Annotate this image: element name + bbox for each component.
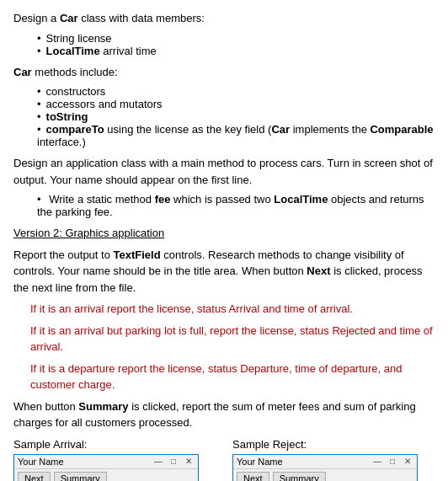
- intro-p1: Design a Car class with data members:: [13, 10, 435, 27]
- red-line2: If it is an arrival but parking lot is f…: [30, 323, 435, 355]
- methods-p: Car methods include:: [13, 64, 435, 81]
- list-item: String license: [37, 32, 435, 45]
- arrival-window: Your Name — □ ✕ Next Summary License Sta…: [13, 454, 199, 482]
- methods-list: constructors accessors and mutators toSt…: [37, 85, 435, 148]
- methods-section: Car methods include: constructors access…: [13, 64, 435, 149]
- sample-arrival-block: Sample Arrival: Your Name — □ ✕ Next Sum…: [13, 438, 216, 482]
- version-section: Version 2: Graphics application Report t…: [13, 225, 435, 431]
- design-section: Design an application class with a main …: [13, 155, 435, 218]
- version-label: Version 2: Graphics application: [13, 225, 435, 242]
- minimize-btn[interactable]: —: [152, 457, 164, 466]
- version-p1: Report the output to TextField controls.…: [13, 247, 435, 297]
- list-item: toString: [37, 110, 435, 123]
- reject-window: Your Name — □ ✕ Next Summary License Sta…: [232, 454, 418, 482]
- list-item: constructors: [37, 85, 435, 98]
- samples-row: Sample Arrival: Your Name — □ ✕ Next Sum…: [13, 438, 435, 482]
- intro-section: Design a Car class with data members: St…: [13, 10, 435, 57]
- members-list: String license LocalTime arrival time: [37, 32, 435, 57]
- arrival-title: Your Name: [18, 457, 64, 467]
- reject-toolbar: Next Summary: [233, 469, 417, 482]
- sample-arrival-label: Sample Arrival:: [13, 438, 216, 451]
- summary-button2[interactable]: Summary: [273, 472, 326, 482]
- car-label: Car: [13, 66, 32, 78]
- minimize-btn2[interactable]: —: [371, 457, 383, 466]
- design-p: Design an application class with a main …: [13, 155, 435, 188]
- red-line3: If it is a departure report the license,…: [30, 361, 435, 393]
- list-item: Write a static method fee which is passe…: [37, 193, 435, 218]
- next-button2[interactable]: Next: [237, 472, 269, 482]
- car-class-name: Car: [60, 12, 78, 24]
- list-item: LocalTime arrival time: [37, 45, 435, 57]
- fee-list: Write a static method fee which is passe…: [37, 193, 435, 218]
- summary-button[interactable]: Summary: [54, 472, 107, 482]
- close-btn2[interactable]: ✕: [402, 457, 413, 466]
- next-button[interactable]: Next: [18, 472, 51, 482]
- summary-p: When button Summary is clicked, report t…: [13, 398, 435, 431]
- sample-reject-block: Sample Reject: Your Name — □ ✕ Next Summ…: [232, 438, 435, 482]
- sample-reject-label: Sample Reject:: [232, 438, 435, 451]
- maximize-btn2[interactable]: □: [387, 457, 398, 466]
- titlebar-controls2: — □ ✕: [371, 457, 413, 466]
- close-btn[interactable]: ✕: [183, 457, 195, 466]
- titlebar-controls: — □ ✕: [152, 457, 195, 466]
- reject-title: Your Name: [237, 457, 283, 467]
- maximize-btn[interactable]: □: [168, 457, 179, 466]
- list-item: accessors and mutators: [37, 98, 435, 110]
- red-line1: If it is an arrival report the license, …: [30, 301, 435, 318]
- list-item: compareTo using the license as the key f…: [37, 123, 435, 148]
- arrival-toolbar: Next Summary: [14, 469, 198, 482]
- arrival-titlebar: Your Name — □ ✕: [14, 455, 198, 469]
- reject-titlebar: Your Name — □ ✕: [233, 455, 417, 469]
